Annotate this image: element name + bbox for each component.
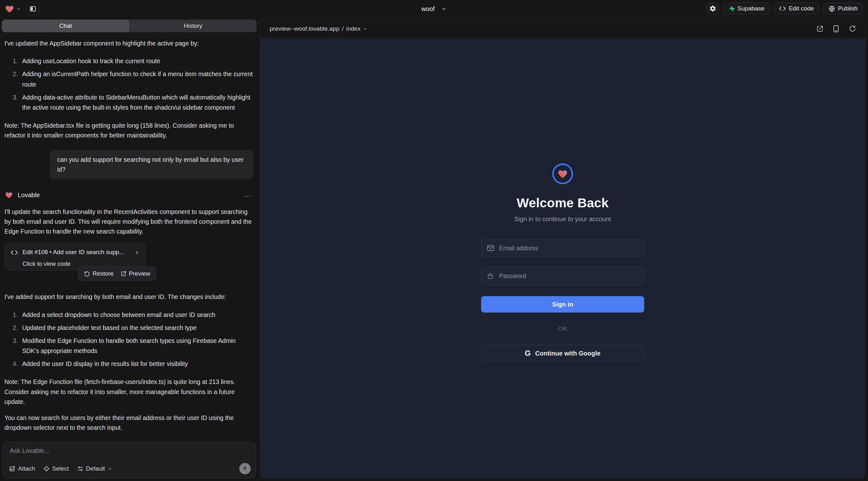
divider-line (573, 329, 644, 329)
or-divider: OR (481, 326, 644, 332)
email-field-wrap (481, 239, 644, 257)
app-logo (552, 163, 573, 184)
restore-icon (84, 271, 90, 277)
preview-path[interactable]: index (346, 25, 360, 32)
assistant-name: Lovable (18, 190, 40, 200)
restore-button[interactable]: Restore (84, 269, 114, 279)
assistant-note-text: Note: The AppSidebar.tsx file is getting… (4, 121, 253, 140)
preview-app-content: Welcome Back Sign in to continue to your… (260, 38, 865, 478)
settings-button[interactable] (707, 3, 719, 14)
edit-code-card[interactable]: Edit #108 • Add user ID search supp... C… (4, 243, 146, 270)
preview-button[interactable]: Preview (121, 269, 151, 279)
image-plus-icon (9, 466, 16, 472)
assistant-note-text: Note: The Edge Function file (fetch-fire… (4, 377, 253, 407)
select-button[interactable]: Select (43, 465, 69, 472)
assistant-message-header: Lovable ⋯ (4, 190, 253, 200)
continue-with-google-button[interactable]: G Continue with Google (481, 345, 644, 362)
lovable-logo-menu[interactable] (4, 4, 21, 13)
page-subtitle: Sign in to continue to your account (514, 216, 611, 223)
tab-history[interactable]: History (129, 20, 257, 32)
divider-line (481, 329, 553, 329)
chat-composer: Attach Select Default (3, 442, 256, 478)
email-field[interactable] (481, 239, 644, 257)
code-icon (10, 250, 18, 255)
list-item: Modified the Edge Function to handle bot… (20, 335, 253, 356)
chat-panel: Chat History I've updated the AppSidebar… (0, 18, 258, 481)
assistant-outro-text: You can now search for users by either t… (4, 413, 253, 432)
chat-input[interactable] (10, 447, 249, 462)
lovable-workspace: woof Supabase Edit code (0, 0, 868, 481)
envelope-icon (487, 245, 494, 251)
divider-label: OR (558, 326, 567, 332)
top-bar: woof Supabase Edit code (0, 0, 868, 18)
password-field[interactable] (481, 267, 644, 285)
url-path-separator: / (342, 25, 344, 32)
code-icon (779, 6, 786, 11)
password-field-wrap (481, 267, 644, 285)
heart-icon (557, 168, 568, 179)
tab-chat[interactable]: Chat (2, 20, 129, 32)
auth-card: Welcome Back Sign in to continue to your… (481, 38, 644, 478)
lovable-heart-icon (4, 4, 14, 13)
publish-button[interactable]: Publish (823, 3, 863, 14)
preview-url-text: preview--woof.lovable.app (270, 25, 340, 32)
page-title: Welcome Back (517, 196, 609, 211)
edit-code-button[interactable]: Edit code (774, 3, 819, 14)
open-in-new-tab-icon[interactable] (816, 25, 824, 32)
gear-icon (709, 5, 716, 12)
composer-toolbar: Attach Select Default (9, 463, 251, 474)
globe-icon (829, 5, 835, 12)
sliders-icon (77, 466, 84, 472)
message-more-menu-icon[interactable]: ⋯ (244, 191, 252, 202)
user-message-bubble: can you add support for searching not on… (50, 150, 253, 179)
mobile-view-icon[interactable] (833, 25, 839, 33)
list-item: Added the user ID display in the results… (20, 359, 253, 369)
chevron-right-icon (134, 250, 140, 255)
list-item: Adding an isCurrentPath helper function … (20, 69, 253, 89)
edit-card-title: Edit #108 • Add user ID search supp... (23, 248, 124, 257)
list-item: Updated the placeholder text based on th… (20, 323, 253, 333)
chevron-down-icon (363, 27, 367, 31)
assistant-change-list: Adding useLocation hook to track the cur… (4, 56, 253, 113)
project-name: woof (421, 5, 435, 13)
assistant-intro-text: I'll update the search functionality in … (4, 207, 253, 237)
google-g-icon: G (525, 349, 531, 358)
sign-in-button[interactable]: Sign in (481, 296, 644, 313)
chevron-down-icon (107, 467, 112, 471)
assistant-summary-text: I've added support for searching by both… (4, 292, 253, 302)
list-item: Added a select dropdown to choose betwee… (20, 310, 253, 320)
list-item: Adding useLocation hook to track the cur… (20, 56, 253, 66)
target-icon (43, 466, 50, 472)
edit-card-actions: Restore Preview (78, 267, 156, 281)
edit-card-wrap: Edit #108 • Add user ID search supp... C… (4, 243, 253, 280)
preview-panel: preview--woof.lovable.app / index (260, 19, 865, 478)
chat-history-tabbar: Chat History (2, 20, 257, 32)
external-link-icon (121, 271, 126, 277)
assistant-change-list: Added a select dropdown to choose betwee… (4, 310, 253, 369)
arrow-up-icon (242, 466, 248, 472)
attach-button[interactable]: Attach (9, 465, 35, 472)
chat-message-list: I've updated the AppSidebar component to… (0, 34, 258, 440)
mode-select[interactable]: Default (77, 465, 112, 472)
assistant-intro-text: I've updated the AppSidebar component to… (4, 38, 253, 49)
sidebar-toggle-button[interactable] (27, 3, 39, 15)
list-item: Adding data-active attribute to SidebarM… (20, 92, 253, 113)
refresh-icon[interactable] (849, 25, 856, 32)
preview-url-bar: preview--woof.lovable.app / index (260, 19, 865, 38)
chevron-down-icon (17, 7, 21, 11)
project-chevron-down-icon[interactable] (441, 6, 447, 12)
supabase-button[interactable]: Supabase (723, 3, 770, 14)
panel-icon (29, 5, 36, 12)
send-button[interactable] (239, 463, 251, 474)
supabase-icon (728, 5, 735, 12)
lock-icon (487, 272, 494, 279)
lovable-heart-icon (4, 191, 13, 199)
